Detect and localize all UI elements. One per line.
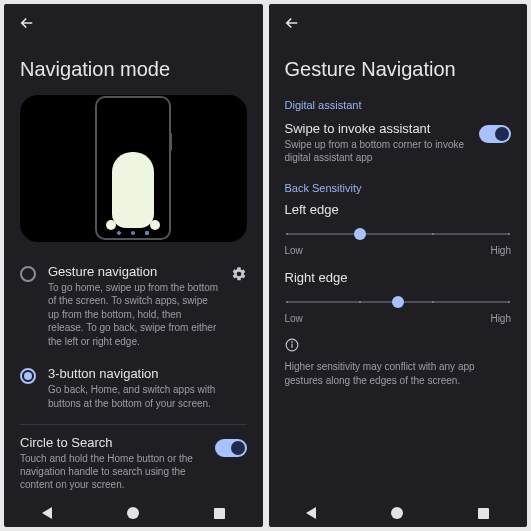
option-label: Gesture navigation xyxy=(48,264,219,279)
preview-card xyxy=(20,95,247,242)
slider-thumb[interactable] xyxy=(354,228,366,240)
section-digital-assistant: Digital assistant xyxy=(269,95,528,117)
back-icon[interactable] xyxy=(18,14,249,36)
nav-back-icon[interactable] xyxy=(42,507,52,519)
slider-thumb[interactable] xyxy=(392,296,404,308)
gear-icon[interactable] xyxy=(231,266,247,286)
system-nav-bar xyxy=(269,497,528,527)
back-icon[interactable] xyxy=(283,14,514,36)
svg-point-2 xyxy=(291,342,292,343)
nav-recents-icon[interactable] xyxy=(478,508,489,519)
radio-checked-icon xyxy=(20,368,36,384)
toggle-on-icon[interactable] xyxy=(479,125,511,143)
slider-high-label: High xyxy=(490,313,511,324)
setting-title: Swipe to invoke assistant xyxy=(285,121,470,136)
system-nav-bar xyxy=(4,497,263,527)
right-edge-slider[interactable]: Right edge Low High xyxy=(269,268,528,330)
phone-illustration xyxy=(95,96,171,240)
option-label: 3-button navigation xyxy=(48,366,247,381)
nav-recents-icon[interactable] xyxy=(214,508,225,519)
slider-title: Left edge xyxy=(285,202,512,217)
setting-title: Circle to Search xyxy=(20,435,205,450)
circle-to-search-row[interactable]: Circle to Search Touch and hold the Home… xyxy=(20,424,247,497)
radio-3-button-navigation[interactable]: 3-button navigation Go back, Home, and s… xyxy=(4,358,263,420)
section-back-sensitivity: Back Sensitivity xyxy=(269,178,528,200)
left-edge-slider[interactable]: Left edge Low High xyxy=(269,200,528,262)
nav-home-icon[interactable] xyxy=(391,507,403,519)
radio-gesture-navigation[interactable]: Gesture navigation To go home, swipe up … xyxy=(4,256,263,359)
nav-home-icon[interactable] xyxy=(127,507,139,519)
slider-low-label: Low xyxy=(285,245,303,256)
info-icon xyxy=(269,330,528,360)
swipe-invoke-assistant-row[interactable]: Swipe to invoke assistant Swipe up from … xyxy=(269,117,528,172)
slider-high-label: High xyxy=(490,245,511,256)
slider-low-label: Low xyxy=(285,313,303,324)
setting-desc: Touch and hold the Home button or the na… xyxy=(20,452,205,491)
info-text: Higher sensitivity may conflict with any… xyxy=(269,360,528,395)
setting-desc: Swipe up from a bottom corner to invoke … xyxy=(285,138,470,164)
radio-unchecked-icon xyxy=(20,266,36,282)
page-title: Navigation mode xyxy=(4,40,263,95)
nav-back-icon[interactable] xyxy=(306,507,316,519)
gesture-navigation-screen: Gesture Navigation Digital assistant Swi… xyxy=(269,4,528,527)
page-title: Gesture Navigation xyxy=(269,40,528,95)
toggle-on-icon[interactable] xyxy=(215,439,247,457)
navigation-mode-screen: Navigation mode Gesture navigation To go… xyxy=(4,4,263,527)
option-desc: Go back, Home, and switch apps with butt… xyxy=(48,383,247,410)
option-desc: To go home, swipe up from the bottom of … xyxy=(48,281,219,349)
slider-title: Right edge xyxy=(285,270,512,285)
